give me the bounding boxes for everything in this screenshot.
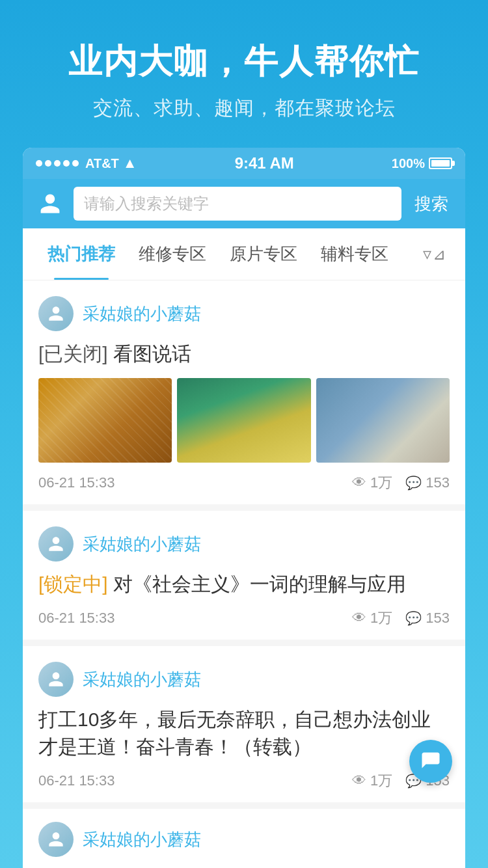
post-author-row: 采姑娘的小蘑菇 <box>38 822 450 857</box>
post-title: 打工10多年，最后无奈辞职，自己想办法创业才是王道！奋斗青春！（转载） <box>38 706 450 761</box>
view-icon: 👁 <box>352 610 366 627</box>
tab-repair[interactable]: 维修专区 <box>127 228 218 280</box>
view-count: 1万 <box>370 771 392 791</box>
filter-icon: ▿ <box>423 244 431 264</box>
avatar <box>38 526 74 562</box>
signal-dots <box>36 160 79 167</box>
avatar-icon <box>46 669 66 690</box>
post-date: 06-21 15:33 <box>38 474 115 491</box>
avatar-icon <box>46 534 66 554</box>
stat-views: 👁 1万 <box>352 771 392 791</box>
tab-original[interactable]: 原片专区 <box>218 228 309 280</box>
author-name[interactable]: 采姑娘的小蘑菇 <box>83 303 201 325</box>
post-stats: 👁 1万 💬 153 <box>352 473 450 493</box>
float-btn-icon <box>419 750 442 773</box>
post-tag-closed: [已关闭] <box>38 343 108 364</box>
post-title: [锁定中] 对《社会主义》一词的理解与应用 <box>38 571 450 598</box>
battery-icon <box>429 157 452 169</box>
stat-comments: 💬 153 <box>405 474 450 491</box>
post-list: 采姑娘的小蘑菇 [已关闭] 看图说话 06-21 15:33 👁 <box>23 280 465 868</box>
post-image-3 <box>316 378 450 463</box>
author-name[interactable]: 采姑娘的小蘑菇 <box>83 828 201 851</box>
post-date: 06-21 15:33 <box>38 610 115 627</box>
view-icon: 👁 <box>352 474 366 491</box>
category-tabs: 热门推荐 维修专区 原片专区 辅料专区 ▿ ⊿ <box>23 228 465 280</box>
search-input[interactable]: 请输入搜索关键字 <box>74 187 401 221</box>
header-subtitle: 交流、求助、趣闻，都在聚玻论坛 <box>20 95 468 122</box>
user-icon <box>38 192 62 215</box>
tab-material[interactable]: 辅料专区 <box>309 228 400 280</box>
avatar <box>38 662 74 697</box>
post-tag-locked: [锁定中] <box>38 573 108 595</box>
float-action-button[interactable] <box>409 740 452 783</box>
tab-filter[interactable]: ▿ ⊿ <box>416 237 452 271</box>
avatar-icon <box>46 303 66 324</box>
post-title-text: 对《社会主义》一词的理解与应用 <box>113 573 406 595</box>
author-name[interactable]: 采姑娘的小蘑菇 <box>83 533 201 556</box>
comment-count: 153 <box>426 474 450 491</box>
post-meta: 06-21 15:33 👁 1万 💬 153 <box>38 608 450 628</box>
status-right: 100% <box>392 156 452 171</box>
post-meta: 06-21 15:33 👁 1万 💬 153 <box>38 473 450 493</box>
post-meta: 06-21 15:33 👁 1万 💬 153 <box>38 771 450 791</box>
filter-funnel-icon: ⊿ <box>433 245 446 264</box>
stat-views: 👁 1万 <box>352 608 392 628</box>
post-card: 采姑娘的小蘑菇 [锁定中] 对《社会主义》一词的理解与应用 06-21 15:3… <box>23 511 465 640</box>
header-title: 业内大咖，牛人帮你忙 <box>20 39 468 85</box>
tab-hot[interactable]: 热门推荐 <box>36 228 127 280</box>
comment-count: 153 <box>426 610 450 627</box>
stat-comments: 💬 153 <box>405 610 450 627</box>
post-card: 采姑娘的小蘑菇 打工10多年，最后无奈辞职，自己想办法创业才是王道！奋斗青春！（… <box>23 646 465 802</box>
search-button[interactable]: 搜索 <box>411 193 452 215</box>
post-card-partial: 采姑娘的小蘑菇 <box>23 809 465 868</box>
view-count: 1万 <box>370 608 392 628</box>
status-left: AT&T ▲ <box>36 155 137 172</box>
view-icon: 👁 <box>352 772 366 789</box>
post-title-text: 看图说话 <box>113 343 191 364</box>
post-date: 06-21 15:33 <box>38 772 115 789</box>
comment-icon: 💬 <box>405 475 422 491</box>
avatar-icon <box>46 829 66 850</box>
post-author-row: 采姑娘的小蘑菇 <box>38 526 450 562</box>
avatar <box>38 822 74 857</box>
post-author-row: 采姑娘的小蘑菇 <box>38 662 450 697</box>
comment-icon: 💬 <box>405 610 422 626</box>
wifi-icon: ▲ <box>123 155 137 172</box>
status-bar: AT&T ▲ 9:41 AM 100% <box>23 148 465 179</box>
post-author-row: 采姑娘的小蘑菇 <box>38 296 450 331</box>
post-title: [已关闭] 看图说话 <box>38 340 450 368</box>
status-time: 9:41 AM <box>235 154 294 172</box>
search-bar: 请输入搜索关键字 搜索 <box>23 179 465 228</box>
phone-frame: AT&T ▲ 9:41 AM 100% 请输入搜索关键字 搜索 热门推 <box>23 148 465 868</box>
author-name[interactable]: 采姑娘的小蘑菇 <box>83 668 201 691</box>
stat-views: 👁 1万 <box>352 473 392 493</box>
battery-percent: 100% <box>392 156 425 171</box>
post-card: 采姑娘的小蘑菇 [已关闭] 看图说话 06-21 15:33 👁 <box>23 280 465 504</box>
user-icon-wrap[interactable] <box>36 189 64 218</box>
post-image-2 <box>177 378 310 463</box>
avatar <box>38 296 74 331</box>
view-count: 1万 <box>370 473 392 493</box>
header-section: 业内大咖，牛人帮你忙 交流、求助、趣闻，都在聚玻论坛 <box>0 0 488 148</box>
battery-fill <box>431 160 450 167</box>
carrier-label: AT&T <box>85 156 119 171</box>
post-stats: 👁 1万 💬 153 <box>352 608 450 628</box>
post-image-1 <box>38 378 172 463</box>
post-images <box>38 378 450 463</box>
